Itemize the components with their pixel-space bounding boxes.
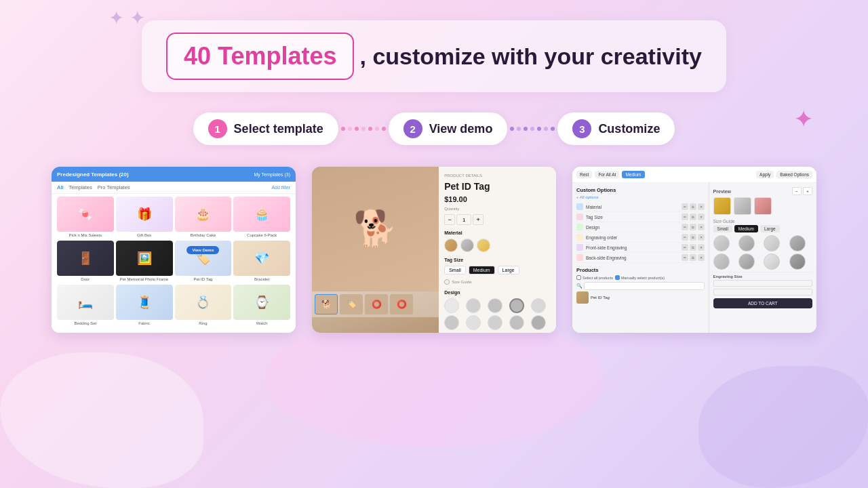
edit-icon-4[interactable]: ✏ — [682, 234, 688, 241]
filter-pro[interactable]: Pro Templates — [98, 184, 130, 190]
des-circ-3[interactable] — [764, 235, 780, 251]
template-bedding[interactable]: 🛏️ Bedding Set — [57, 285, 114, 327]
template-sweets[interactable]: 🍬 Pick n Mix Sweets — [57, 197, 114, 239]
product-search[interactable] — [584, 282, 705, 290]
size-small[interactable]: Small — [444, 266, 466, 274]
ss2-thumb-3[interactable]: ⭕ — [365, 294, 388, 314]
step-1-label: Select template — [234, 122, 323, 136]
preview-zoom-out[interactable]: − — [792, 187, 802, 195]
template-sweets-img: 🍬 — [57, 197, 114, 232]
size-tag-medium[interactable]: Medium — [734, 225, 758, 232]
filter-templates[interactable]: Templates — [69, 184, 92, 190]
delete-icon-4[interactable]: ✕ — [698, 234, 705, 241]
des-circ-5[interactable] — [713, 253, 730, 270]
edit-icon-3[interactable]: ✏ — [682, 224, 688, 230]
size-tag-large[interactable]: Large — [760, 225, 780, 232]
design-opt-3[interactable] — [488, 298, 502, 313]
size-medium[interactable]: Medium — [469, 266, 495, 274]
ss3-add-option[interactable]: + All options — [576, 195, 705, 199]
ss3-btn-medium[interactable]: Medium — [622, 171, 644, 178]
step-3-number: 3 — [572, 119, 591, 138]
ss2-size-options: Small Medium Large — [444, 266, 551, 274]
add-to-cart-button[interactable]: ADD TO CART — [713, 298, 812, 308]
step-1-pill[interactable]: 1 Select template — [193, 113, 338, 145]
step-2-pill[interactable]: 2 View demo — [389, 113, 508, 145]
qty-plus[interactable]: + — [473, 214, 484, 225]
edit-icon[interactable]: ✏ — [682, 203, 688, 210]
delete-icon[interactable]: ✕ — [698, 203, 705, 210]
design-opt-4[interactable] — [509, 298, 524, 313]
design-opt-2[interactable] — [466, 298, 481, 313]
ss3-btn-options[interactable]: Baked Options — [776, 171, 812, 178]
template-fabric[interactable]: 🧵 Fabric — [116, 285, 173, 327]
size-large[interactable]: Large — [498, 266, 519, 274]
material-opt-2[interactable] — [460, 239, 474, 252]
template-petid[interactable]: 🏷️ View Demo Pet ID Tag — [175, 241, 232, 283]
template-cake[interactable]: 🎂 Birthday Cake — [175, 197, 232, 239]
template-photo-frame[interactable]: 🖼️ Pet Memorial Photo Frame — [116, 241, 173, 283]
preview-zoom-in[interactable]: + — [803, 187, 812, 195]
material-opt-3[interactable] — [477, 239, 490, 252]
ss2-thumb-1[interactable]: 🐕 — [315, 294, 338, 314]
template-door[interactable]: 🚪 Door — [57, 241, 114, 283]
filter-all[interactable]: All — [57, 184, 64, 190]
design-opt-1[interactable] — [444, 298, 459, 313]
material-opt-1[interactable] — [444, 239, 458, 252]
qty-minus[interactable]: − — [444, 214, 455, 225]
option-tagsize-color — [576, 214, 583, 220]
bg-blob-left — [0, 352, 203, 488]
opt-select-all[interactable]: Select all products — [576, 275, 613, 280]
des-circ-2[interactable] — [738, 235, 755, 251]
dot-5 — [368, 127, 372, 131]
design-opt-6[interactable] — [444, 315, 459, 330]
ss2-thumb-2[interactable]: 🏷️ — [340, 294, 363, 314]
delete-icon-2[interactable]: ✕ — [698, 214, 705, 220]
engraving-field-1[interactable] — [713, 280, 812, 287]
ss3-btn-rest[interactable]: Rest — [576, 171, 592, 178]
opt-manually[interactable]: Manually select product(s) — [615, 275, 665, 280]
quantity-stepper[interactable]: − 1 + — [444, 214, 551, 225]
des-circ-8[interactable] — [789, 253, 806, 270]
step-3-pill[interactable]: 3 Customize — [557, 113, 675, 145]
add-filter[interactable]: Add filter — [271, 185, 290, 190]
template-cupcake[interactable]: 🧁 Cupcake 6-Pack — [233, 197, 290, 239]
copy-icon-6[interactable]: ⧉ — [690, 254, 696, 261]
view-demo-popup[interactable]: View Demo — [186, 246, 219, 254]
size-tag-small[interactable]: Small — [713, 225, 732, 232]
engraving-field-2[interactable] — [713, 289, 812, 296]
des-circ-1[interactable] — [713, 235, 730, 251]
copy-icon-4[interactable]: ⧉ — [690, 234, 696, 241]
design-opt-10[interactable] — [531, 315, 546, 330]
design-opt-5[interactable] — [531, 298, 546, 313]
ss2-thumbnails: 🐕 🏷️ ⭕ ⭕ — [312, 291, 439, 317]
edit-icon-5[interactable]: ✏ — [682, 244, 688, 251]
ss2-design-grid — [444, 298, 551, 330]
des-circ-6[interactable] — [738, 253, 755, 270]
edit-icon-2[interactable]: ✏ — [682, 214, 688, 220]
template-watch[interactable]: ⌚ Watch — [233, 285, 290, 327]
copy-icon-3[interactable]: ⧉ — [690, 224, 696, 230]
delete-icon-3[interactable]: ✕ — [698, 224, 705, 230]
delete-icon-5[interactable]: ✕ — [698, 244, 705, 251]
edit-icon-6[interactable]: ✏ — [682, 254, 688, 261]
ss3-btn-forall[interactable]: For All At — [595, 171, 619, 178]
size-guide-label: Size Guide — [452, 280, 471, 284]
template-ring[interactable]: 💍 Ring — [175, 285, 232, 327]
ss3-engraving-fields — [713, 280, 812, 296]
ss2-thumb-4[interactable]: ⭕ — [390, 294, 413, 314]
design-opt-7[interactable] — [466, 315, 481, 330]
template-bracelet[interactable]: 💎 Bracelet — [233, 241, 290, 283]
design-opt-9[interactable] — [509, 315, 524, 330]
copy-icon[interactable]: ⧉ — [690, 203, 696, 210]
template-fabric-img: 🧵 — [116, 285, 173, 320]
copy-icon-2[interactable]: ⧉ — [690, 214, 696, 220]
prev-gold — [713, 197, 731, 215]
design-opt-8[interactable] — [488, 315, 502, 330]
des-circ-4[interactable] — [789, 235, 806, 251]
template-gift[interactable]: 🎁 Gift Box — [116, 197, 173, 239]
copy-icon-5[interactable]: ⧉ — [690, 244, 696, 251]
delete-icon-6[interactable]: ✕ — [698, 254, 705, 261]
ss1-grid: 🍬 Pick n Mix Sweets 🎁 Gift Box 🎂 Birthda… — [52, 194, 296, 329]
ss3-btn-apply[interactable]: Apply — [756, 171, 774, 178]
des-circ-7[interactable] — [764, 253, 780, 270]
